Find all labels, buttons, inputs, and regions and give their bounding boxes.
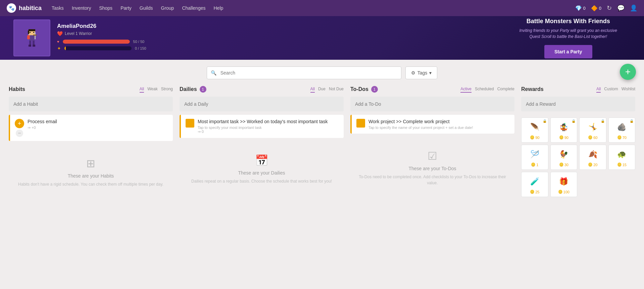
add-fab-button[interactable]: + <box>620 64 636 80</box>
todo-task-sub: Tap to specify the name of your current … <box>368 126 510 130</box>
reward-image: 🤸 <box>586 121 599 134</box>
daily-check-button[interactable] <box>186 119 194 128</box>
rewards-grid: 🔒 🪶 🪙 90 🔒 🤹 🪙 90 🔒 🤸 🪙 60 🔒 🪨 <box>521 117 635 197</box>
player-class: ❤️ Level 1 Warrior <box>57 31 506 36</box>
todo-check-button[interactable] <box>356 119 365 128</box>
reward-price: 🪙 60 <box>582 135 604 140</box>
xp-bar-row: ✦ 0 / 150 <box>57 46 506 51</box>
gem-icon: 💎 <box>575 5 582 11</box>
daily-task-card: Most important task >> Worked on today's… <box>180 115 344 138</box>
reward-price-value: 90 <box>564 136 568 140</box>
add-habit-button[interactable]: Add a Habit <box>9 97 173 111</box>
dailies-tab-all[interactable]: All <box>310 86 315 93</box>
nav-party[interactable]: Party <box>120 5 132 11</box>
todos-empty-state: ☑ These are your To-Dos To-Dos need to b… <box>350 136 514 193</box>
habit-plus-button[interactable]: + <box>15 119 24 128</box>
search-input[interactable] <box>207 66 401 79</box>
reward-image: 🪶 <box>528 121 541 134</box>
profile-button[interactable]: 👤 <box>630 4 637 12</box>
xp-value: 0 / 150 <box>135 46 146 50</box>
rewards-column: Rewards All Custom Wishlist Add a Reward… <box>518 86 639 197</box>
todos-tab-complete[interactable]: Complete <box>497 86 514 93</box>
habits-title: Habits <box>9 86 25 92</box>
habits-empty-title: These are your Habits <box>15 173 166 179</box>
dailies-title: Dailies <box>180 86 197 92</box>
daily-task-title: Most important task >> Worked on today's… <box>198 119 339 124</box>
reward-image: 🐢 <box>615 148 629 161</box>
nav-group[interactable]: Group <box>161 5 174 11</box>
columns-row: Habits All Weak Strong Add a Habit + − P… <box>0 86 644 204</box>
dailies-tab-notdue[interactable]: Not Due <box>329 86 344 93</box>
todos-title: To-Dos <box>350 86 368 92</box>
reward-price-value: 20 <box>593 163 597 167</box>
nav-shops[interactable]: Shops <box>99 5 112 11</box>
svg-rect-11 <box>33 35 37 36</box>
dailies-empty-state: 📅 These are your Dailies Dailies repeat … <box>180 141 344 191</box>
nav-help[interactable]: Help <box>213 5 223 11</box>
start-party-button[interactable]: Start a Party <box>544 45 592 58</box>
hp-label: ♥ <box>57 40 59 44</box>
svg-rect-3 <box>28 31 29 34</box>
dailies-empty-title: These are your Dailies <box>186 170 337 176</box>
tags-button[interactable]: ⚙ Tags ▾ <box>405 66 438 79</box>
habits-tab-strong[interactable]: Strong <box>161 86 173 93</box>
svg-rect-10 <box>35 33 36 39</box>
reward-card[interactable]: 🔒 🪶 🪙 90 <box>521 117 548 143</box>
reward-card[interactable]: 🔒 🪨 🪙 70 <box>608 117 636 143</box>
hp-bar-bg <box>63 40 130 44</box>
reward-price: 🪙 15 <box>611 162 633 167</box>
reward-price-value: 90 <box>535 136 539 140</box>
habits-column: Habits All Weak Strong Add a Habit + − P… <box>5 86 176 197</box>
rewards-tab-all[interactable]: All <box>596 86 601 93</box>
todos-tab-scheduled[interactable]: Scheduled <box>475 86 494 93</box>
todos-header: To-Dos 1 Active Scheduled Complete <box>350 86 514 93</box>
reward-price-value: 30 <box>564 163 568 167</box>
reward-card[interactable]: 🔒 🤹 🪙 90 <box>550 117 578 143</box>
todos-empty-desc: To-Dos need to be completed once. Add ch… <box>357 174 508 186</box>
reward-price-value: 60 <box>593 136 597 140</box>
reward-card[interactable]: 🐓 🪙 30 <box>550 145 578 170</box>
party-heading: Battle Monsters With Friends <box>519 18 617 25</box>
coin-icon: 🪙 <box>530 135 535 140</box>
add-reward-button[interactable]: Add a Reward <box>521 97 635 111</box>
reward-locked-icon: 🔒 <box>630 119 634 123</box>
reward-price: 🪙 30 <box>553 162 575 167</box>
xp-label: ✦ <box>57 46 61 51</box>
habits-tab-weak[interactable]: Weak <box>147 86 157 93</box>
search-icon: 🔍 <box>211 70 216 76</box>
player-name: AmeliaPond26 <box>57 23 506 30</box>
todos-empty-icon: ☑ <box>357 150 508 162</box>
reward-card[interactable]: 🐢 🪙 15 <box>608 145 636 170</box>
tags-label: Tags <box>417 70 428 76</box>
habits-empty-desc: Habits don't have a rigid schedule. You … <box>15 181 166 187</box>
gem-value: 0 <box>583 6 586 11</box>
reward-card[interactable]: 🧪 🪙 25 <box>521 172 548 197</box>
hp-value: 50 / 50 <box>133 40 145 44</box>
reward-price: 🪙 70 <box>611 135 633 140</box>
avatar <box>24 27 40 49</box>
todos-tab-active[interactable]: Active <box>460 86 472 93</box>
nav-inventory[interactable]: Inventory <box>72 5 91 11</box>
nav-challenges[interactable]: Challenges <box>182 5 205 11</box>
reward-price: 🪙 25 <box>524 190 546 194</box>
reward-card[interactable]: 🔒 🤸 🪙 60 <box>579 117 606 143</box>
reward-locked-icon: 🔒 <box>543 119 547 123</box>
rewards-tab-custom[interactable]: Custom <box>604 86 618 93</box>
svg-rect-2 <box>29 29 35 31</box>
reward-card[interactable]: 🎁 🪙 100 <box>550 172 578 197</box>
coin-icon: 🪙 <box>588 162 593 167</box>
player-class-text: Level 1 Warrior <box>65 31 92 36</box>
add-todo-button[interactable]: Add a To-Do <box>350 97 514 111</box>
habit-minus-button[interactable]: − <box>16 130 23 137</box>
reward-card[interactable]: 🪡 🪙 1 <box>521 145 548 170</box>
habits-tab-all[interactable]: All <box>140 86 144 93</box>
rewards-tab-wishlist[interactable]: Wishlist <box>622 86 635 93</box>
add-daily-button[interactable]: Add a Daily <box>180 97 344 111</box>
svg-rect-5 <box>33 32 34 33</box>
reward-card[interactable]: 🍂 🪙 20 <box>579 145 606 170</box>
svg-rect-4 <box>30 32 31 33</box>
dailies-tab-due[interactable]: Due <box>318 86 326 93</box>
nav-guilds[interactable]: Guilds <box>140 5 153 11</box>
nav-tasks[interactable]: Tasks <box>52 5 64 11</box>
daily-task-meta: ⇒ 0 <box>198 130 339 134</box>
